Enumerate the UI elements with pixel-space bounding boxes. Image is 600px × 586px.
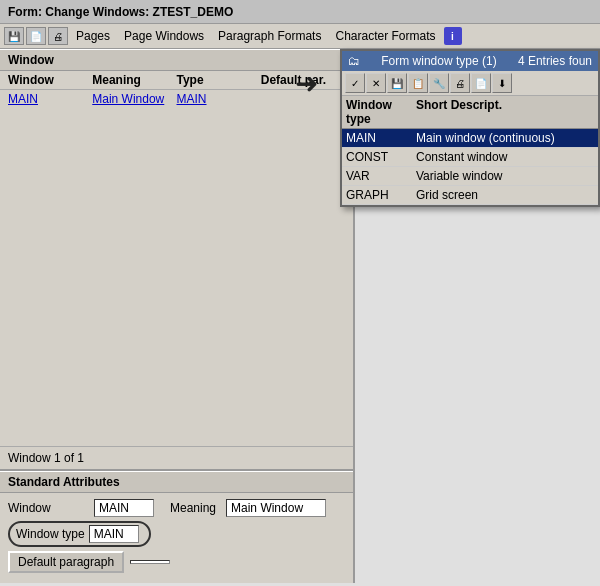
table-row[interactable]: MAIN Main Window MAIN xyxy=(0,90,353,108)
popup-btn-print[interactable]: 🖨 xyxy=(450,73,470,93)
table-headers: Window Meaning Type Default par. xyxy=(0,71,353,90)
popup-row[interactable]: MAINMain window (continuous) xyxy=(342,129,598,148)
pagination-bar: Window 1 of 1 xyxy=(0,446,353,469)
popup-btn-doc[interactable]: 📄 xyxy=(471,73,491,93)
popup-table-header: Window type Short Descript. xyxy=(342,96,598,129)
popup-btn-down[interactable]: ⬇ xyxy=(492,73,512,93)
window-type-oval[interactable]: Window type MAIN xyxy=(8,521,151,547)
cell-default-par xyxy=(261,92,345,106)
menu-paragraph-formats[interactable]: Paragraph Formats xyxy=(212,27,327,45)
attr-window-value[interactable]: MAIN xyxy=(94,499,154,517)
default-para-value[interactable] xyxy=(130,560,170,564)
popup-btn-cancel[interactable]: ✕ xyxy=(366,73,386,93)
attributes-section: Standard Attributes Window MAIN Meaning … xyxy=(0,469,353,583)
popup-panel: 🗂 Form window type (1) 4 Entries foun ✓ … xyxy=(340,49,600,207)
icon-save[interactable]: 💾 xyxy=(4,27,24,45)
title-bar: Form: Change Windows: ZTEST_DEMO xyxy=(0,0,600,24)
popup-btn-save[interactable]: 💾 xyxy=(387,73,407,93)
popup-row-desc: Constant window xyxy=(416,150,594,164)
attr-meaning-value[interactable]: Main Window xyxy=(226,499,326,517)
title-text: Form: Change Windows: ZTEST_DEMO xyxy=(8,5,233,19)
col-header-window: Window xyxy=(8,73,92,87)
attr-window-label: Window xyxy=(8,501,88,515)
popup-col-desc-header: Short Descript. xyxy=(416,98,594,126)
menu-character-formats[interactable]: Character Formats xyxy=(329,27,441,45)
popup-col-type-header: Window type xyxy=(346,98,416,126)
popup-btn-copy[interactable]: 📋 xyxy=(408,73,428,93)
pagination-text: Window 1 of 1 xyxy=(8,451,84,465)
col-header-meaning: Meaning xyxy=(92,73,176,87)
popup-entries: 4 Entries foun xyxy=(518,54,592,68)
attributes-header: Standard Attributes xyxy=(0,471,353,493)
info-icon[interactable]: i xyxy=(444,27,462,45)
default-paragraph-button[interactable]: Default paragraph xyxy=(8,551,124,573)
popup-icon: 🗂 xyxy=(348,54,360,68)
menu-page-windows[interactable]: Page Windows xyxy=(118,27,210,45)
popup-row-type: CONST xyxy=(346,150,416,164)
attr-row-default-para: Default paragraph xyxy=(8,551,345,573)
popup-row-desc: Main window (continuous) xyxy=(416,131,594,145)
table-scroll-area: MAIN Main Window MAIN xyxy=(0,90,353,446)
icon-print[interactable]: 🖨 xyxy=(48,27,68,45)
icon-doc[interactable]: 📄 xyxy=(26,27,46,45)
window-type-label: Window type xyxy=(16,527,85,541)
popup-btn-settings[interactable]: 🔧 xyxy=(429,73,449,93)
popup-row-type: GRAPH xyxy=(346,188,416,202)
window-section-header: Window xyxy=(0,49,353,71)
popup-row-desc: Grid screen xyxy=(416,188,594,202)
window-type-value[interactable]: MAIN xyxy=(89,525,139,543)
popup-btn-check[interactable]: ✓ xyxy=(345,73,365,93)
popup-toolbar: ✓ ✕ 💾 📋 🔧 🖨 📄 ⬇ xyxy=(342,71,598,96)
popup-row[interactable]: GRAPHGrid screen xyxy=(342,186,598,205)
attr-meaning-label: Meaning xyxy=(170,501,216,515)
popup-row-desc: Variable window xyxy=(416,169,594,183)
main-area: ➜ Window Window Meaning Type Default par… xyxy=(0,49,600,583)
popup-row[interactable]: CONSTConstant window xyxy=(342,148,598,167)
menu-bar: 💾 📄 🖨 Pages Page Windows Paragraph Forma… xyxy=(0,24,600,49)
col-header-default: Default par. xyxy=(261,73,345,87)
popup-title-bar: 🗂 Form window type (1) 4 Entries foun xyxy=(342,51,598,71)
col-header-type: Type xyxy=(177,73,261,87)
menu-pages[interactable]: Pages xyxy=(70,27,116,45)
cell-window[interactable]: MAIN xyxy=(8,92,92,106)
cell-type[interactable]: MAIN xyxy=(177,92,261,106)
popup-row[interactable]: VARVariable window xyxy=(342,167,598,186)
popup-row-type: MAIN xyxy=(346,131,416,145)
popup-title: Form window type (1) xyxy=(381,54,496,68)
popup-row-type: VAR xyxy=(346,169,416,183)
cell-meaning[interactable]: Main Window xyxy=(92,92,176,106)
popup-rows: MAINMain window (continuous)CONSTConstan… xyxy=(342,129,598,205)
attr-row-window: Window MAIN Meaning Main Window xyxy=(8,499,345,517)
window-type-row: Window type MAIN xyxy=(8,521,345,547)
left-panel: Window Window Meaning Type Default par. … xyxy=(0,49,355,583)
